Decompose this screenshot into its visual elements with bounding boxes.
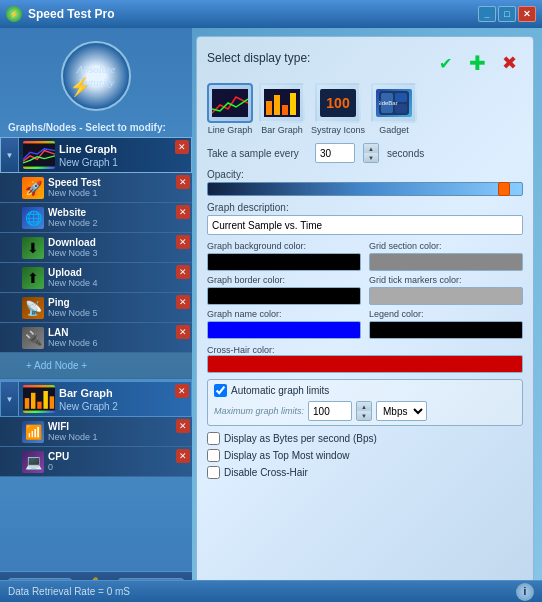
max-value-input[interactable]: [308, 401, 352, 421]
node-speed-test[interactable]: 🚀 Speed Test New Node 1 ✕: [0, 173, 192, 203]
grid-section-swatch[interactable]: [369, 253, 523, 271]
graph-header-bar[interactable]: ▼ Bar Graph: [0, 381, 192, 417]
node-download[interactable]: ⬇ Download New Node 3 ✕: [0, 233, 192, 263]
node-icon-wifi: 📶: [22, 421, 44, 443]
bytes-label[interactable]: Display as Bytes per second (Bps): [224, 433, 377, 444]
bytes-checkbox-row: Display as Bytes per second (Bps): [207, 432, 523, 445]
topmost-label[interactable]: Display as Top Most window: [224, 450, 349, 461]
graph-header-line[interactable]: ▼ Line Graph New Graph 1: [0, 137, 192, 173]
node-upload[interactable]: ⬆ Upload New Node 4 ✕: [0, 263, 192, 293]
right-panel: Select display type: ✔ ✚ ✖: [196, 36, 534, 594]
auto-limits-checkbox[interactable]: [214, 384, 227, 397]
grid-tick-swatch[interactable]: [369, 287, 523, 305]
crosshair-swatch[interactable]: [207, 355, 523, 373]
description-input[interactable]: [207, 215, 523, 235]
sample-spinner: ▲ ▼: [363, 143, 379, 163]
bytes-checkbox[interactable]: [207, 432, 220, 445]
legend-color-swatch[interactable]: [369, 321, 523, 339]
auto-limits-label[interactable]: Automatic graph limits: [231, 385, 329, 396]
display-type-line[interactable]: Line Graph: [207, 83, 253, 135]
add-icon[interactable]: ✚: [463, 49, 491, 77]
node-cpu[interactable]: 💻 CPU 0 ✕: [0, 447, 192, 477]
crosshair-row: Cross-Hair color:: [207, 343, 523, 373]
svg-rect-4: [37, 402, 41, 409]
collapse-btn-bar[interactable]: ▼: [1, 382, 19, 416]
name-color-item: Graph name color:: [207, 309, 361, 339]
sidebar-section-label: Graphs/Nodes - Select to modify:: [0, 120, 192, 135]
node-close-wifi[interactable]: ✕: [176, 419, 190, 433]
app-icon: ⚡: [6, 6, 22, 22]
node-close-download[interactable]: ✕: [176, 235, 190, 249]
opacity-row: Opacity:: [207, 169, 523, 196]
node-lan[interactable]: 🔌 LAN New Node 6 ✕: [0, 323, 192, 353]
description-label: Graph description:: [207, 202, 523, 213]
grid-section-color-item: Grid section color:: [369, 241, 523, 271]
line-graph-icon-svg: [23, 142, 55, 168]
node-close-lan[interactable]: ✕: [176, 325, 190, 339]
logo-swoosh: ⚡: [69, 76, 91, 98]
status-bar: Data Retrieval Rate = 0 mS i: [0, 580, 542, 602]
graph-name-bar: Bar Graph New Graph 2: [59, 386, 118, 411]
panel-title: Select display type:: [207, 51, 310, 65]
confirm-icon[interactable]: ✔: [431, 49, 459, 77]
add-node-btn-graph1[interactable]: + Add Node +: [0, 353, 192, 379]
node-close-cpu[interactable]: ✕: [176, 449, 190, 463]
collapse-btn-line[interactable]: ▼: [1, 138, 19, 172]
sample-input[interactable]: [315, 143, 355, 163]
max-spinner: ▲ ▼: [356, 401, 372, 421]
sidebar-scroll: ▼ Line Graph New Graph 1: [0, 137, 192, 571]
display-icon-systray: 100: [315, 83, 361, 123]
max-spinner-up[interactable]: ▲: [357, 402, 371, 411]
node-ping[interactable]: 📡 Ping New Node 5 ✕: [0, 293, 192, 323]
node-wifi[interactable]: 📶 WIFI New Node 1 ✕: [0, 417, 192, 447]
max-spinner-down[interactable]: ▼: [357, 411, 371, 420]
node-icon-speed: 🚀: [22, 177, 44, 199]
node-close-speed[interactable]: ✕: [176, 175, 190, 189]
info-button[interactable]: i: [516, 583, 534, 601]
max-unit-select[interactable]: Mbps Kbps Gbps Bps: [376, 401, 427, 421]
crosshair-disable-label[interactable]: Disable Cross-Hair: [224, 467, 308, 478]
node-icon-lan: 🔌: [22, 327, 44, 349]
border-color-item: Graph border color:: [207, 275, 361, 305]
svg-rect-2: [25, 398, 29, 409]
window-controls: _ □ ✕: [478, 6, 536, 22]
node-icon-cpu: 💻: [22, 451, 44, 473]
display-type-gadget[interactable]: SideBar Gadget: [371, 83, 417, 135]
node-close-ping[interactable]: ✕: [176, 295, 190, 309]
svg-rect-9: [266, 101, 272, 115]
minimize-button[interactable]: _: [478, 6, 496, 22]
display-type-selector: Line Graph Bar Graph: [207, 83, 523, 135]
spinner-down[interactable]: ▼: [364, 153, 378, 162]
node-close-website[interactable]: ✕: [176, 205, 190, 219]
node-close-upload[interactable]: ✕: [176, 265, 190, 279]
close-button[interactable]: ✕: [518, 6, 536, 22]
node-icon-upload: ⬆: [22, 267, 44, 289]
svg-rect-10: [274, 95, 280, 115]
line-graph-display-icon: [212, 89, 248, 117]
node-website[interactable]: 🌐 Website New Node 2 ✕: [0, 203, 192, 233]
node-icon-ping: 📡: [22, 297, 44, 319]
logo-area: ⚡ AbsoluteFuturity: [0, 36, 192, 116]
topmost-checkbox[interactable]: [207, 449, 220, 462]
title-bar: ⚡ Speed Test Pro _ □ ✕: [0, 0, 542, 28]
spinner-up[interactable]: ▲: [364, 144, 378, 153]
svg-rect-12: [290, 93, 296, 115]
bar-graph-icon-svg: [23, 386, 55, 412]
cancel-icon[interactable]: ✖: [495, 49, 523, 77]
crosshair-disable-checkbox[interactable]: [207, 466, 220, 479]
opacity-slider[interactable]: [207, 182, 523, 196]
name-color-swatch[interactable]: [207, 321, 361, 339]
graph-close-bar[interactable]: ✕: [175, 384, 189, 398]
display-type-bar[interactable]: Bar Graph: [259, 83, 305, 135]
display-icon-bar: [259, 83, 305, 123]
graph-group-bar: ▼ Bar Graph: [0, 381, 192, 477]
window-title: Speed Test Pro: [28, 7, 114, 21]
topmost-checkbox-row: Display as Top Most window: [207, 449, 523, 462]
bg-color-swatch[interactable]: [207, 253, 361, 271]
maximize-button[interactable]: □: [498, 6, 516, 22]
graph-close-line[interactable]: ✕: [175, 140, 189, 154]
svg-rect-5: [43, 391, 47, 409]
svg-rect-11: [282, 105, 288, 115]
border-color-swatch[interactable]: [207, 287, 361, 305]
display-type-systray[interactable]: 100 Systray Icons: [311, 83, 365, 135]
